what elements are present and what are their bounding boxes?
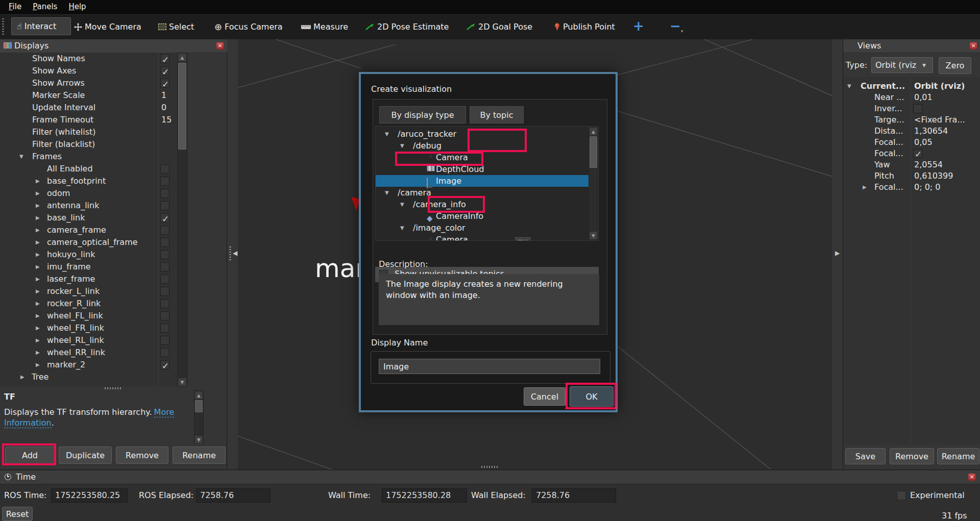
duplicate-button[interactable]: Duplicate	[59, 446, 112, 464]
display-property-row[interactable]: ▶base_link	[0, 212, 177, 224]
topic-row-camera[interactable]: Cameraraw	[376, 234, 589, 241]
view-property-row[interactable]: Dista...1,30654	[843, 126, 980, 137]
view-property-row[interactable]: Near ...0,01	[843, 92, 980, 103]
display-property-row[interactable]: Show Names	[0, 53, 177, 65]
property-value[interactable]: 1	[161, 89, 166, 102]
time-field-value[interactable]: 1752253580.28	[382, 488, 467, 503]
chevron-right-icon[interactable]: ▶	[36, 200, 40, 212]
topic-tree[interactable]: ▼/aruco_tracker▼/debugCameraDepthCloudIm…	[375, 126, 599, 241]
chevron-down-icon[interactable]: ▼	[19, 151, 23, 163]
chevron-right-icon[interactable]: ▶	[36, 261, 40, 273]
view-property-row[interactable]: Inver...	[843, 103, 980, 114]
display-property-row[interactable]: ▶rocker_L_link	[0, 285, 177, 297]
view-property-value[interactable]: 0; 0; 0	[914, 182, 941, 193]
display-property-row[interactable]: ▶Tree	[0, 371, 177, 383]
display-property-row[interactable]: Show Axes	[0, 65, 177, 77]
property-checkbox[interactable]	[160, 311, 169, 320]
display-property-row[interactable]: ▶antenna_link	[0, 200, 177, 212]
view-property-row[interactable]: Focal...0,05	[843, 137, 980, 148]
display-property-row[interactable]: ▶rocker_R_link	[0, 297, 177, 310]
topic-row-depthcloud[interactable]: DepthCloud	[376, 163, 589, 175]
scroll-up-icon[interactable]: ▲	[194, 391, 203, 400]
time-field-value[interactable]: 7258.76	[196, 488, 271, 503]
scrollbar[interactable]: ▲ ▼	[194, 390, 204, 444]
tool-select[interactable]: Select	[158, 14, 194, 39]
tab-by-display-type[interactable]: By display type	[379, 106, 466, 123]
views-property-list[interactable]: ▼Current...Orbit (rviz)Near ...0,01Inver…	[843, 77, 980, 444]
property-checkbox[interactable]	[160, 66, 169, 76]
display-property-row[interactable]: Filter (whitelist)	[0, 126, 177, 138]
property-checkbox[interactable]	[160, 54, 169, 63]
view-property-value[interactable]: 1,30654	[914, 126, 948, 137]
chevron-down-icon[interactable]: ▼	[385, 128, 389, 140]
chevron-right-icon[interactable]: ▶	[36, 346, 40, 359]
reset-button[interactable]: Reset	[2, 507, 33, 521]
tool-interact[interactable]: Interact	[11, 17, 71, 35]
display-property-row[interactable]: ▶odom	[0, 187, 177, 200]
transport-hint[interactable]: raw	[515, 237, 530, 241]
display-property-row[interactable]: Show Arrows	[0, 77, 177, 89]
view-property-checkbox[interactable]	[913, 104, 922, 113]
view-property-row[interactable]: Yaw2,0554	[843, 159, 980, 170]
panel-splitter[interactable]	[0, 386, 227, 390]
view-property-value[interactable]: 0,05	[914, 137, 933, 148]
display-property-row[interactable]: ▶hokuyo_link	[0, 249, 177, 261]
property-checkbox[interactable]	[160, 79, 169, 88]
display-property-row[interactable]: ▶camera_frame	[0, 224, 177, 236]
views-save-button[interactable]: Save	[845, 448, 886, 464]
time-field-value[interactable]: 7258.76	[532, 488, 616, 503]
property-checkbox[interactable]	[160, 213, 169, 222]
display-property-row[interactable]: ▶base_footprint	[0, 175, 177, 187]
close-icon[interactable]	[216, 42, 224, 49]
property-checkbox[interactable]	[160, 262, 169, 271]
chevron-down-icon[interactable]: ▼	[847, 81, 851, 92]
chevron-right-icon[interactable]: ▶	[36, 273, 40, 285]
property-checkbox[interactable]	[160, 360, 169, 369]
tool-move-camera[interactable]: Move Camera	[74, 14, 141, 39]
menu-item-panels[interactable]: Panels	[27, 2, 63, 11]
chevron-right-icon[interactable]: ▶	[36, 249, 40, 261]
view-property-value[interactable]: Orbit (rviz)	[914, 81, 965, 92]
display-property-row[interactable]: ▶laser_frame	[0, 273, 177, 285]
view-property-value[interactable]: 0,01	[914, 92, 933, 103]
scroll-up-icon[interactable]: ▲	[178, 53, 187, 62]
close-icon[interactable]	[968, 474, 975, 481]
collapse-right-icon[interactable]: ▶	[835, 250, 840, 257]
display-property-row[interactable]: ▶wheel_RR_link	[0, 346, 177, 359]
display-property-row[interactable]: ▶wheel_RL_link	[0, 334, 177, 346]
display-property-row[interactable]: ▼Frames	[0, 151, 177, 163]
chevron-down-icon[interactable]: ▼	[400, 140, 404, 152]
topic-row--image-color[interactable]: ▼/image_color	[376, 222, 589, 234]
property-checkbox[interactable]	[160, 201, 169, 210]
scrollbar-thumb[interactable]	[590, 136, 597, 168]
ok-button[interactable]: OK	[570, 386, 614, 407]
left-panel-splitter[interactable]: ◀	[227, 39, 238, 469]
chevron-right-icon[interactable]: ▶	[36, 285, 40, 297]
experimental-checkbox[interactable]	[897, 491, 906, 500]
chevron-down-icon[interactable]: ▼	[400, 222, 404, 234]
chevron-right-icon[interactable]: ▶	[36, 212, 40, 224]
remove-button[interactable]: Remove	[116, 446, 168, 464]
chevron-right-icon[interactable]: ▶	[36, 236, 40, 249]
chevron-down-icon[interactable]: ▼	[385, 187, 389, 199]
chevron-right-icon[interactable]: ▶	[863, 182, 867, 193]
view-property-row[interactable]: ▶Focal...0; 0; 0	[843, 182, 980, 193]
property-checkbox[interactable]	[160, 336, 169, 345]
remove-tool-button[interactable]: − ▾	[670, 13, 681, 38]
view-property-row[interactable]: Focal...	[843, 148, 980, 159]
scroll-down-icon[interactable]: ▼	[178, 378, 187, 386]
view-property-value[interactable]: 0,610399	[914, 170, 953, 182]
chevron-right-icon[interactable]: ▶	[36, 334, 40, 346]
chevron-right-icon[interactable]: ▶	[36, 187, 40, 200]
topic-row--debug[interactable]: ▼/debug	[376, 140, 589, 152]
chevron-right-icon[interactable]: ▶	[36, 322, 40, 334]
topic-row--camera-info[interactable]: ▼/camera_info	[376, 199, 589, 210]
chevron-right-icon[interactable]: ▶	[36, 175, 40, 187]
view-property-value[interactable]: 2,0554	[914, 159, 943, 170]
close-icon[interactable]	[970, 42, 977, 49]
view-property-row[interactable]: Pitch0,610399	[843, 170, 980, 182]
cancel-button[interactable]: Cancel	[524, 387, 566, 406]
property-checkbox[interactable]	[160, 275, 169, 284]
property-checkbox[interactable]	[160, 348, 169, 357]
property-checkbox[interactable]	[160, 299, 169, 308]
